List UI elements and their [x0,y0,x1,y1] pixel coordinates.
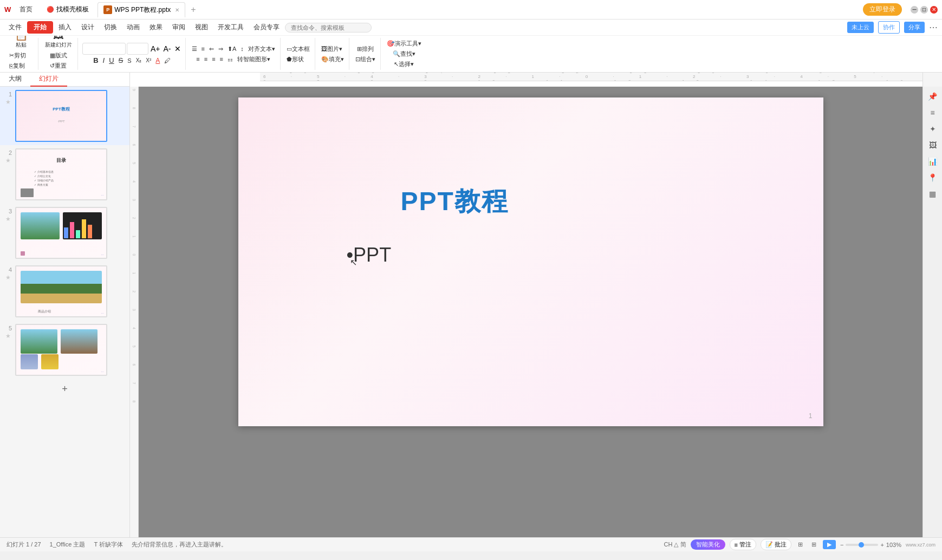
add-slide-btn[interactable]: + [57,381,73,396]
group-btn[interactable]: ⊡ 组合 ▾ [354,55,377,64]
italic-btn[interactable]: I [101,56,107,65]
sort-btn[interactable]: ⊞ 排列 [355,44,375,54]
column-btn[interactable]: ⚏ [226,55,235,63]
paste-btn[interactable]: 📋 粘贴 [11,36,31,50]
right-panel-settings-btn[interactable]: ≡ [925,105,940,120]
font-size-input[interactable] [127,43,148,55]
canvas-area[interactable]: A9 A10 PPT教程 •PPT 1 ↖ [139,87,922,537]
tab-home[interactable]: 首页 [14,2,38,17]
right-panel-grid-btn[interactable]: ▦ [925,186,940,201]
menu-review[interactable]: 审阅 [168,21,190,34]
text-direction-btn[interactable]: ⬆A [226,45,238,53]
slide-img-4[interactable]: 商品介绍 ··· [15,265,107,317]
share-btn[interactable]: 分享 [904,22,925,33]
align-left-btn[interactable]: ≡ [194,55,201,63]
slide-thumb-1[interactable]: 1 ★ PPT教程 ·PPT [0,87,129,145]
bullet-list-btn[interactable]: ☰ [190,45,199,53]
slide-thumb-2[interactable]: 2 ★ 目录 ✓ 介绍基本信息 ✓ 介绍公文化 ✓ 详细介绍产品 ✓ 商务方案 … [0,145,129,204]
batch-comment-btn[interactable]: 📝 批注 [761,539,791,550]
zoom-decrease-btn[interactable]: − [840,542,843,548]
line-spacing-btn[interactable]: ↕ [239,45,245,53]
tab-ppt-file[interactable]: P WPS PPT教程.pptx ✕ [98,2,185,17]
strikethrough-btn[interactable]: S [117,56,125,65]
close-btn[interactable]: ✕ [930,6,938,14]
view-grid-btn[interactable]: ⊞ [809,541,818,549]
restore-btn[interactable]: □ [920,6,928,14]
menu-cut[interactable]: 切换 [100,21,121,34]
zoom-slider[interactable] [859,542,864,548]
zoom-increase-btn[interactable]: + [880,542,883,548]
indent-decrease-btn[interactable]: ⇐ [207,45,216,53]
superscript-btn[interactable]: X² [144,57,153,64]
select-btn[interactable]: ↖ 选择 ▾ [392,60,415,69]
font-size-decrease-btn[interactable]: A- [163,44,172,53]
slide-thumb-5[interactable]: 5 ★ ··· [0,321,129,379]
menu-insert[interactable]: 插入 [54,21,76,34]
tab-outline[interactable]: 大纲 [0,72,30,87]
tab-slides[interactable]: 幻灯片 [30,72,67,87]
more-menu-btn[interactable]: ⋯ [929,22,938,32]
slide-main-bullet[interactable]: •PPT [347,244,392,266]
collab-btn[interactable]: 协作 [878,21,900,34]
slide-main-title[interactable]: PPT教程 [401,184,509,219]
smart-beautify-btn[interactable]: 智能美化 [691,539,725,550]
new-slide-btn[interactable]: 🖼 新建幻灯片 [43,36,74,50]
menu-design[interactable]: 设计 [77,21,99,34]
slide-img-2[interactable]: 目录 ✓ 介绍基本信息 ✓ 介绍公文化 ✓ 详细介绍产品 ✓ 商务方案 ··· [15,148,107,200]
minimize-btn[interactable]: ─ [911,6,918,14]
font-shadow-btn[interactable]: S [126,57,133,64]
text-box-btn[interactable]: ▭ 文本框 [285,44,311,54]
slide-canvas[interactable]: PPT教程 •PPT 1 [238,97,823,426]
fill-btn[interactable]: 🎨 填充 ▾ [320,55,346,64]
demo-tools-btn[interactable]: 🎯 演示工具 ▾ [385,39,423,48]
numbered-list-btn[interactable]: ≡ [200,45,206,53]
slide-img-1[interactable]: PPT教程 ·PPT [15,90,107,142]
layout-btn[interactable]: ▦ 版式 [48,51,69,60]
smart-convert-btn[interactable]: 转智能图形▾ [236,55,272,64]
menu-member[interactable]: 会员专享 [249,21,284,34]
slide-img-5[interactable]: ··· [15,324,107,376]
font-size-increase-btn[interactable]: A+ [150,44,161,53]
copy-btn[interactable]: ⎘ 复制 [8,61,35,70]
add-tab-btn[interactable]: + [189,5,198,15]
menu-start[interactable]: 开始 [27,21,53,34]
menu-effect[interactable]: 效果 [145,21,167,34]
align-justify-btn[interactable]: ≡ [218,55,225,63]
align-text-btn[interactable]: 对齐文本▾ [246,44,277,54]
find-replace-btn[interactable]: 🔍 查找 ▾ [391,49,417,58]
right-panel-chart-btn[interactable]: 📊 [925,154,940,169]
right-panel-star-btn[interactable]: ✦ [925,121,940,136]
clear-format-btn[interactable]: ✕ [173,44,182,53]
menu-animation[interactable]: 动画 [122,21,144,34]
indent-increase-btn[interactable]: ⇒ [217,45,225,53]
align-right-btn[interactable]: ≡ [210,55,217,63]
menu-view[interactable]: 视图 [191,21,212,34]
search-box[interactable] [285,23,372,32]
cut-btn[interactable]: ✂ 剪切 [8,51,35,60]
slide-thumb-3[interactable]: 3 ★ [0,204,129,262]
reset-btn[interactable]: ↺ 重置 [48,61,69,70]
menu-file[interactable]: 文件 [4,21,26,34]
menu-dev[interactable]: 开发工具 [213,21,248,34]
subscript-btn[interactable]: X₂ [134,57,144,64]
save-cloud-btn[interactable]: 未上云 [847,22,874,33]
view-normal-btn[interactable]: ⊞ [796,541,805,549]
right-panel-pin-btn[interactable]: 📌 [925,89,940,104]
play-btn[interactable]: ▶ [823,540,836,549]
underline-btn[interactable]: U [107,56,115,65]
highlight-btn[interactable]: 🖊 [163,56,172,65]
slide-thumb-4[interactable]: 4 ★ 商品介绍 ··· [0,262,129,321]
slide-img-3[interactable]: ··· [15,207,107,259]
login-btn[interactable]: 立即登录 [863,3,902,16]
right-panel-map-btn[interactable]: 📍 [925,170,940,185]
bold-btn[interactable]: B [92,56,100,65]
font-name-input[interactable] [82,43,126,55]
shape-btn[interactable]: ⬟ 形状 [285,55,311,64]
comment-btn[interactable]: ≡ 管注 [730,539,756,550]
picture-btn[interactable]: 🖼 图片 ▾ [320,44,344,54]
tab-close-btn[interactable]: ✕ [175,7,179,13]
right-panel-image-btn[interactable]: 🖼 [925,138,940,153]
tab-templates[interactable]: 🔴 找模壳模板 [41,2,94,17]
align-center-btn[interactable]: ≡ [203,55,209,63]
font-color-btn[interactable]: A [154,56,161,65]
